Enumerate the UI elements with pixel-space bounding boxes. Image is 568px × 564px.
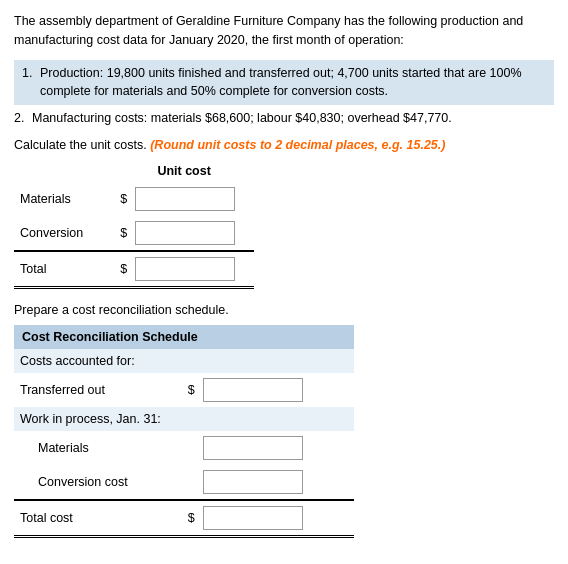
calculate-text: Calculate the unit costs. [14,138,147,152]
conversion-dollar: $ [114,216,129,251]
intro-text: The assembly department of Geraldine Fur… [14,12,554,50]
list-num-2: 2. [14,109,32,128]
wip-materials-label: Materials [14,431,182,465]
numbered-list: 1. Production: 19,800 units finished and… [14,60,554,128]
materials-dollar: $ [114,182,129,216]
total-row: Total $ [14,251,254,288]
calculate-instruction: Calculate the unit costs. (Round unit co… [14,138,554,152]
materials-label: Materials [14,182,114,216]
recon-header: Cost Reconciliation Schedule [14,325,354,349]
round-note: (Round unit costs to 2 decimal places, e… [150,138,445,152]
total-input-cell[interactable] [129,251,254,288]
total-cost-row: Total cost $ [14,500,354,537]
list-item-1: 1. Production: 19,800 units finished and… [14,60,554,106]
conversion-row: Conversion $ [14,216,254,251]
wip-row: Work in process, Jan. 31: [14,407,354,431]
materials-input[interactable] [135,187,235,211]
transferred-out-dollar: $ [182,373,197,407]
unit-cost-header: Unit cost [114,160,254,182]
transferred-out-input[interactable] [203,378,303,402]
wip-conversion-input-cell[interactable] [197,465,354,500]
wip-conversion-label: Conversion cost [14,465,182,500]
total-cost-input[interactable] [203,506,303,530]
conversion-label: Conversion [14,216,114,251]
conversion-input[interactable] [135,221,235,245]
wip-conversion-row: Conversion cost [14,465,354,500]
total-cost-dollar: $ [182,500,197,537]
unit-cost-table: Unit cost Materials $ Conversion $ Total… [14,160,254,289]
wip-materials-input[interactable] [203,436,303,460]
wip-materials-input-cell[interactable] [197,431,354,465]
total-cost-label: Total cost [14,500,182,537]
total-cost-input-cell[interactable] [197,500,354,537]
wip-conversion-dollar-empty [182,465,197,500]
prepare-text: Prepare a cost reconciliation schedule. [14,303,554,317]
total-label: Total [14,251,114,288]
list-item-2: 2. Manufacturing costs: materials $68,60… [14,109,554,128]
wip-materials-dollar-empty [182,431,197,465]
conversion-input-cell[interactable] [129,216,254,251]
wip-label: Work in process, Jan. 31: [14,407,354,431]
unit-cost-header-label [14,160,114,182]
total-input[interactable] [135,257,235,281]
wip-materials-row: Materials [14,431,354,465]
transferred-out-label: Transferred out [14,373,182,407]
list-content-1: Production: 19,800 units finished and tr… [40,64,546,102]
costs-accounted-row: Costs accounted for: [14,349,354,373]
recon-table: Costs accounted for: Transferred out $ W… [14,349,354,538]
materials-input-cell[interactable] [129,182,254,216]
costs-accounted-label: Costs accounted for: [14,349,354,373]
list-content-2: Manufacturing costs: materials $68,600; … [32,109,554,128]
transferred-out-input-cell[interactable] [197,373,354,407]
total-dollar: $ [114,251,129,288]
materials-row: Materials $ [14,182,254,216]
wip-conversion-input[interactable] [203,470,303,494]
transferred-out-row: Transferred out $ [14,373,354,407]
list-num-1: 1. [22,64,40,102]
